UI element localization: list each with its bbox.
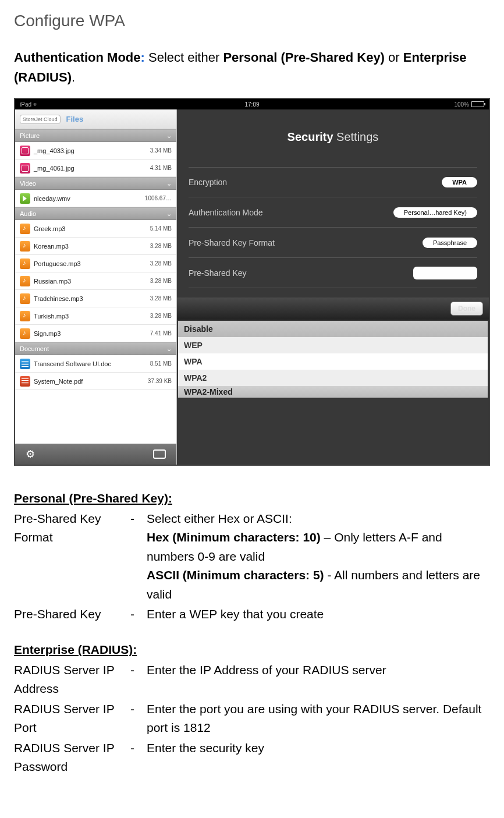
psk-input[interactable]	[413, 267, 477, 279]
picker-option-wpa2mixed[interactable]: WPA2-Mixed	[178, 386, 488, 398]
def-term: RADIUS Server IP Address	[14, 661, 130, 699]
video-icon	[20, 193, 30, 204]
status-left: iPad ᯤ	[20, 101, 39, 108]
def-radius-ip: RADIUS Server IP Address - Enter the IP …	[14, 661, 490, 699]
row-authmode[interactable]: Authentication Mode Personal…hared Key)	[189, 197, 477, 228]
intro-mid: Select either	[145, 50, 223, 65]
file-size: 1006.67…	[145, 195, 172, 201]
gear-icon[interactable]: ⚙	[26, 448, 35, 461]
file-name: _mg_4061.jpg	[34, 165, 74, 172]
list-item[interactable]: niceday.wmv1006.67…	[15, 190, 176, 207]
pskformat-value-button[interactable]: Passphrase	[423, 238, 477, 248]
section-document-label: Document	[20, 345, 49, 352]
def-line: Select either Hex or ASCII:	[147, 512, 292, 525]
list-item[interactable]: Transcend Software UI.doc8.51 MB	[15, 355, 176, 373]
file-name: Greek.mp3	[34, 225, 65, 232]
audio-icon	[20, 258, 30, 269]
file-name: Russian.mp3	[34, 278, 71, 285]
def-dash: -	[130, 739, 147, 777]
list-item[interactable]: Portuguese.mp33.28 MB	[15, 255, 176, 272]
list-item[interactable]: _mg_4033.jpg3.34 MB	[15, 142, 176, 160]
list-item[interactable]: Tradchinese.mp33.28 MB	[15, 290, 176, 307]
document-icon	[20, 359, 30, 369]
panel-title-rest: Settings	[333, 130, 379, 143]
intro-or: or	[385, 50, 403, 65]
section-document[interactable]: Document ⌄	[15, 342, 176, 355]
status-bar: iPad ᯤ 17:09 100%	[15, 99, 489, 109]
picker-option-wpa2[interactable]: WPA2	[178, 370, 488, 386]
sidebar: StoreJet Cloud Files Picture ⌄ _mg_4033.…	[15, 109, 177, 465]
section-picture-label: Picture	[20, 132, 40, 139]
def-body: Enter a WEP key that you create	[147, 605, 490, 624]
battery-percent: 100%	[454, 101, 469, 108]
def-psk-format: Pre-Shared Key Format - Select either He…	[14, 509, 490, 604]
def-line-b: Hex (Minimum characters: 10)	[147, 530, 321, 544]
file-name: _mg_4033.jpg	[34, 147, 74, 154]
row-psk[interactable]: Pre-Shared Key	[189, 258, 477, 288]
def-psk: Pre-Shared Key - Enter a WEP key that yo…	[14, 605, 490, 624]
file-size: 3.28 MB	[150, 243, 172, 249]
audio-icon	[20, 293, 30, 304]
intro-colon: :	[141, 50, 145, 65]
audio-icon	[20, 328, 30, 339]
document-icon	[20, 376, 30, 387]
file-name: Tradchinese.mp3	[34, 295, 83, 302]
section-audio[interactable]: Audio ⌄	[15, 207, 176, 220]
def-line: Enter a WEP key that you create	[147, 607, 324, 621]
authmode-value-button[interactable]: Personal…hared Key)	[393, 207, 477, 218]
picker-wrapper: Done Disable WEP WPA WPA2 WPA2-Mixed	[177, 298, 489, 399]
picker-toolbar: Done	[177, 298, 489, 320]
intro-personal: Personal (Pre-Shared Key)	[223, 50, 385, 65]
file-size: 3.28 MB	[150, 313, 172, 319]
list-item[interactable]: Russian.mp33.28 MB	[15, 272, 176, 290]
row-authmode-label: Authentication Mode	[189, 208, 263, 217]
heading-personal: Personal (Pre-Shared Key):	[14, 489, 490, 508]
picker-option-wpa[interactable]: WPA	[178, 353, 488, 370]
screenshot: iPad ᯤ 17:09 100% StoreJet Cloud Files P…	[14, 98, 490, 466]
panel-title-b: Security	[288, 130, 333, 143]
list-item[interactable]: Turkish.mp33.28 MB	[15, 307, 176, 325]
row-pskformat-label: Pre-Shared Key Format	[189, 238, 275, 247]
row-encryption-label: Encryption	[189, 178, 227, 187]
file-size: 8.51 MB	[150, 360, 172, 367]
def-term: Pre-Shared Key	[14, 605, 130, 624]
row-encryption[interactable]: Encryption WPA	[189, 167, 477, 197]
list-item[interactable]: System_Note.pdf37.39 KB	[15, 373, 176, 390]
list-item[interactable]: Greek.mp35.14 MB	[15, 220, 176, 238]
picker-option-disable[interactable]: Disable	[178, 321, 488, 337]
audio-icon	[20, 311, 30, 321]
def-term: RADIUS Server IP Port	[14, 700, 130, 738]
file-size: 37.39 KB	[148, 378, 172, 384]
section-picture[interactable]: Picture ⌄	[15, 129, 176, 142]
def-term: Pre-Shared Key Format	[14, 509, 130, 604]
file-name: Transcend Software UI.doc	[34, 360, 111, 367]
file-name: Sign.mp3	[34, 330, 61, 337]
done-button[interactable]: Done	[450, 302, 483, 316]
sidebar-header: StoreJet Cloud Files	[15, 109, 176, 129]
file-name: niceday.wmv	[34, 195, 70, 202]
chevron-down-icon: ⌄	[166, 132, 172, 140]
file-size: 3.28 MB	[150, 260, 172, 267]
doc-body: Personal (Pre-Shared Key): Pre-Shared Ke…	[14, 489, 490, 777]
picker[interactable]: Disable WEP WPA WPA2 WPA2-Mixed	[177, 320, 489, 399]
picker-option-wep[interactable]: WEP	[178, 337, 488, 353]
intro-paragraph: Authentication Mode: Select either Perso…	[14, 48, 490, 87]
list-item[interactable]: Korean.mp33.28 MB	[15, 238, 176, 255]
intro-authmode: Authentication Mode	[14, 50, 141, 65]
file-name: System_Note.pdf	[34, 378, 83, 385]
file-size: 7.41 MB	[150, 330, 172, 337]
list-item[interactable]: _mg_4061.jpg4.31 MB	[15, 160, 176, 177]
def-body: Select either Hex or ASCII: Hex (Minimum…	[147, 509, 490, 604]
row-psk-label: Pre-Shared Key	[189, 268, 247, 278]
file-name: Korean.mp3	[34, 243, 69, 250]
row-pskformat[interactable]: Pre-Shared Key Format Passphrase	[189, 228, 477, 258]
encryption-value-button[interactable]: WPA	[442, 177, 477, 187]
section-video-label: Video	[20, 180, 36, 187]
main-panel: Security Settings Encryption WPA Authent…	[177, 109, 489, 465]
list-item[interactable]: Sign.mp37.41 MB	[15, 325, 176, 342]
tablet-icon[interactable]	[153, 449, 166, 459]
heading-enterprise: Enterprise (RADIUS):	[14, 640, 490, 660]
section-video[interactable]: Video ⌄	[15, 177, 176, 190]
file-size: 3.28 MB	[150, 278, 172, 284]
battery-icon	[471, 101, 484, 107]
